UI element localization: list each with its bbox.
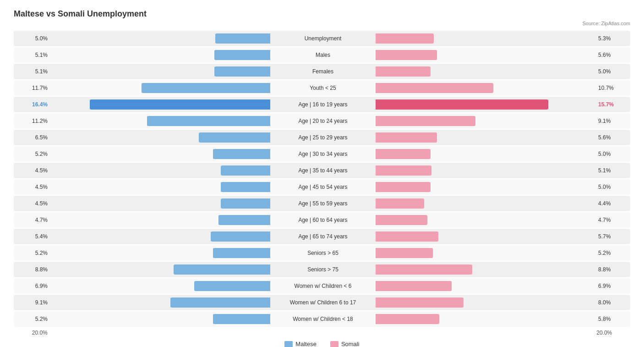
chart-row: 11.7% Youth < 25 10.7%: [14, 80, 630, 96]
legend-maltese-label: Maltese: [295, 341, 317, 347]
chart-title: Maltese vs Somali Unemployment: [14, 9, 630, 19]
legend: Maltese Somali: [14, 341, 630, 347]
bar-left: [199, 132, 270, 143]
bar-left-wrap: [50, 99, 270, 110]
chart-row: 4.5% Age | 55 to 59 years 4.4%: [14, 196, 630, 211]
right-value: 5.1%: [595, 167, 632, 174]
left-value: 4.5%: [14, 200, 50, 207]
chart-row: 6.5% Age | 25 to 29 years 5.6%: [14, 130, 630, 145]
bar-left: [142, 83, 270, 93]
bar-left: [213, 314, 270, 324]
bar-right-wrap: [376, 116, 595, 126]
right-value: 10.7%: [595, 85, 632, 91]
left-value: 6.5%: [14, 134, 50, 141]
bar-left: [90, 99, 270, 110]
chart-row: 5.4% Age | 65 to 74 years 5.7%: [14, 229, 630, 244]
bar-right: [376, 182, 431, 192]
bar-left: [214, 50, 270, 60]
bar-right: [376, 99, 548, 110]
chart-row: 5.1% Males 5.6%: [14, 47, 630, 63]
right-value: 9.1%: [595, 118, 632, 124]
left-value: 16.4%: [14, 101, 50, 108]
left-value: 5.2%: [14, 316, 50, 322]
bar-left: [221, 182, 270, 192]
chart-row: 9.1% Women w/ Children 6 to 17 8.0%: [14, 295, 630, 310]
left-value: 9.1%: [14, 299, 50, 306]
bar-left-wrap: [50, 50, 270, 60]
left-value: 5.0%: [14, 35, 50, 42]
chart-row: 4.5% Age | 45 to 54 years 5.0%: [14, 179, 630, 195]
bar-left: [147, 116, 270, 126]
row-label: Age | 25 to 29 years: [270, 134, 376, 141]
row-label: Women w/ Children 6 to 17: [270, 299, 376, 306]
bar-right: [376, 66, 431, 77]
row-label: Women w/ Children < 6: [270, 283, 376, 289]
bar-left-wrap: [50, 215, 270, 225]
right-value: 8.8%: [595, 266, 632, 273]
right-value: 5.8%: [595, 316, 632, 322]
left-value: 5.1%: [14, 68, 50, 75]
right-value: 5.0%: [595, 184, 632, 190]
bar-left-wrap: [50, 297, 270, 308]
bar-right: [376, 132, 437, 143]
bar-right: [376, 116, 475, 126]
bar-right-wrap: [376, 99, 595, 110]
bar-right-wrap: [376, 149, 595, 159]
bar-right-wrap: [376, 297, 595, 308]
bar-left: [170, 297, 270, 308]
bar-left-wrap: [50, 281, 270, 291]
bar-right: [376, 264, 472, 275]
left-value: 4.5%: [14, 167, 50, 174]
bar-right-wrap: [376, 248, 595, 258]
bar-right-wrap: [376, 83, 595, 93]
chart-row: 5.2% Seniors > 65 5.2%: [14, 245, 630, 261]
row-label: Age | 55 to 59 years: [270, 200, 376, 207]
axis-row: 20.0% 20.0%: [14, 330, 630, 336]
bar-right: [376, 215, 427, 225]
chart-row: 5.0% Unemployment 5.3%: [14, 31, 630, 46]
bar-right-wrap: [376, 215, 595, 225]
right-value: 5.0%: [595, 68, 632, 75]
row-label: Age | 16 to 19 years: [270, 101, 376, 108]
row-label: Seniors > 75: [270, 266, 376, 273]
chart-row: 8.8% Seniors > 75 8.8%: [14, 262, 630, 277]
bar-left-wrap: [50, 83, 270, 93]
bar-right: [376, 83, 493, 93]
left-value: 8.8%: [14, 266, 50, 273]
bar-right: [376, 198, 424, 209]
right-value: 4.4%: [595, 200, 632, 207]
row-label: Age | 35 to 44 years: [270, 167, 376, 174]
bar-left-wrap: [50, 33, 270, 44]
right-value: 5.6%: [595, 134, 632, 141]
right-value: 5.6%: [595, 52, 632, 58]
bar-left: [174, 264, 270, 275]
row-label: Age | 20 to 24 years: [270, 118, 376, 124]
chart-row: 5.2% Women w/ Children < 18 5.8%: [14, 311, 630, 327]
row-label: Males: [270, 52, 376, 58]
chart-container: Maltese vs Somali Unemployment Source: Z…: [0, 0, 644, 347]
axis-left-value: 20.0%: [14, 330, 50, 336]
bar-left-wrap: [50, 149, 270, 159]
bar-right-wrap: [376, 281, 595, 291]
bar-left-wrap: [50, 132, 270, 143]
bar-right-wrap: [376, 33, 595, 44]
right-value: 5.7%: [595, 233, 632, 240]
row-label: Age | 45 to 54 years: [270, 184, 376, 190]
bar-right-wrap: [376, 50, 595, 60]
left-value: 4.5%: [14, 184, 50, 190]
chart-area: 5.0% Unemployment 5.3% 5.1% Males 5.6% 5…: [14, 31, 630, 327]
bar-left: [218, 215, 270, 225]
bar-right-wrap: [376, 198, 595, 209]
bar-left-wrap: [50, 116, 270, 126]
right-value: 5.3%: [595, 35, 632, 42]
bar-left: [214, 66, 270, 77]
row-label: Youth < 25: [270, 85, 376, 91]
bar-left-wrap: [50, 314, 270, 324]
left-value: 5.4%: [14, 233, 50, 240]
bar-right-wrap: [376, 182, 595, 192]
bar-left-wrap: [50, 182, 270, 192]
bar-right: [376, 248, 433, 258]
bar-right-wrap: [376, 165, 595, 176]
row-label: Women w/ Children < 18: [270, 316, 376, 322]
chart-row: 5.2% Age | 30 to 34 years 5.0%: [14, 146, 630, 162]
